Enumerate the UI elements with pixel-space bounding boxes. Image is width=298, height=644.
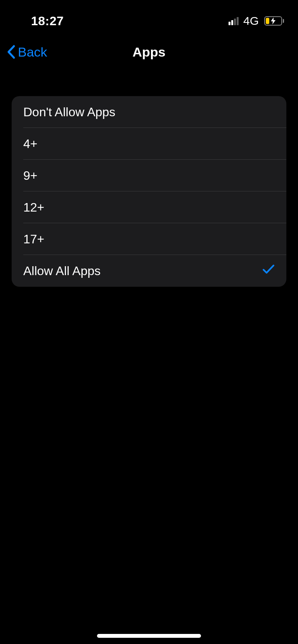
- option-label: 12+: [23, 200, 44, 215]
- option-9plus[interactable]: 9+: [12, 160, 286, 191]
- network-type: 4G: [243, 14, 259, 28]
- status-time: 18:27: [31, 14, 64, 28]
- page-title: Apps: [133, 45, 166, 60]
- checkmark-icon: [262, 263, 275, 278]
- back-label: Back: [18, 45, 47, 60]
- option-label: 17+: [23, 232, 44, 246]
- status-right: 4G: [229, 14, 284, 28]
- option-label: Allow All Apps: [23, 264, 100, 278]
- option-12plus[interactable]: 12+: [12, 191, 286, 223]
- navigation-bar: Back Apps: [0, 35, 298, 69]
- option-label: 9+: [23, 169, 37, 183]
- content-area: Don't Allow Apps 4+ 9+ 12+ 17+ Allow All…: [0, 69, 298, 287]
- chevron-left-icon: [6, 45, 16, 59]
- option-label: 4+: [23, 137, 37, 151]
- cellular-signal-icon: [229, 17, 239, 25]
- back-button[interactable]: Back: [0, 45, 47, 60]
- option-17plus[interactable]: 17+: [12, 223, 286, 255]
- options-list: Don't Allow Apps 4+ 9+ 12+ 17+ Allow All…: [12, 96, 286, 287]
- option-allow-all[interactable]: Allow All Apps: [12, 255, 286, 287]
- charging-bolt-icon: [270, 17, 276, 24]
- option-4plus[interactable]: 4+: [12, 128, 286, 160]
- home-indicator[interactable]: [97, 634, 201, 638]
- option-label: Don't Allow Apps: [23, 105, 115, 119]
- battery-icon: [264, 16, 284, 26]
- status-bar: 18:27 4G: [0, 0, 298, 31]
- option-dont-allow[interactable]: Don't Allow Apps: [12, 96, 286, 128]
